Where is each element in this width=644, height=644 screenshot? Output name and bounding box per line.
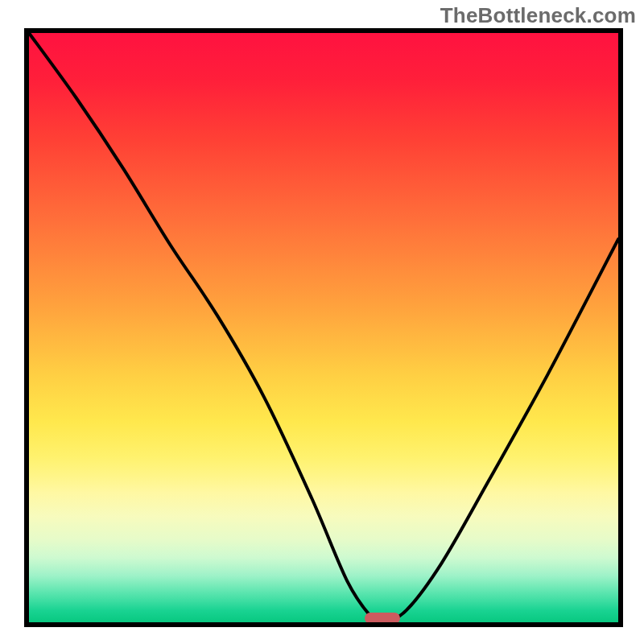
chart-frame	[24, 28, 623, 627]
optimal-marker	[365, 613, 400, 624]
watermark-text: TheBottleneck.com	[440, 3, 636, 28]
curve-path	[29, 33, 618, 623]
bottleneck-curve	[29, 33, 618, 622]
